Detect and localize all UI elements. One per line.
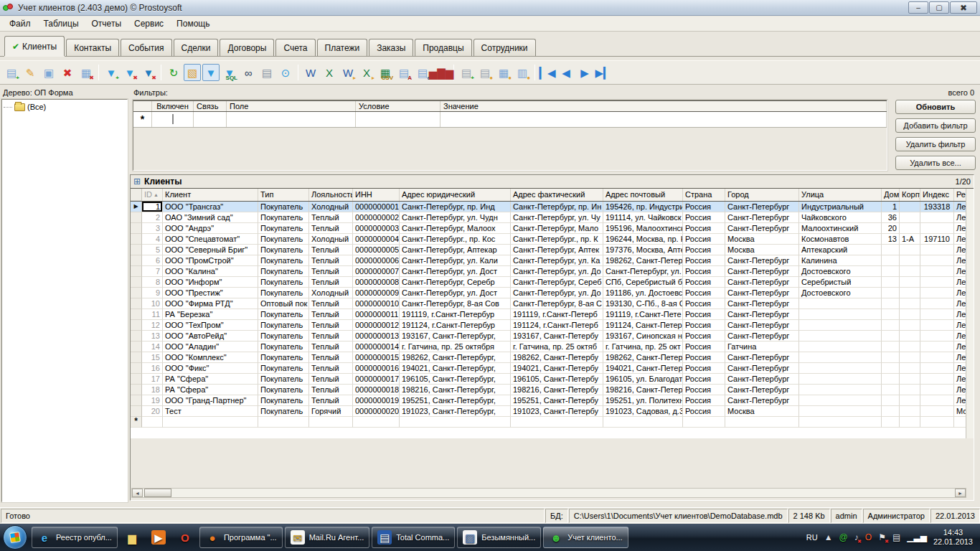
- menu-item[interactable]: Помощь: [170, 17, 216, 30]
- taskbar-button-paint[interactable]: ▨Безымянный...: [457, 527, 541, 548]
- menu-item[interactable]: Сервис: [128, 17, 170, 30]
- taskbar-button-opera[interactable]: O: [173, 527, 197, 548]
- new-record-row[interactable]: *: [131, 417, 974, 428]
- table-row[interactable]: 4 ООО "Спецавтомат" Покупатель Холодный …: [131, 234, 974, 245]
- taskbar-button-total-commander[interactable]: ▤Total Comma...: [372, 527, 455, 548]
- tab[interactable]: Платежи: [317, 39, 368, 56]
- tree-toggle-button[interactable]: ▧: [184, 64, 201, 81]
- horizontal-scrollbar[interactable]: ◄ ►: [131, 488, 966, 498]
- table-row[interactable]: 17 РА "Сфера" Покупатель Теплый 00000000…: [131, 374, 974, 385]
- col-id[interactable]: ID▲: [142, 189, 163, 201]
- preview-button[interactable]: ⊙: [277, 64, 294, 81]
- delete-record-button[interactable]: ✖: [59, 64, 76, 81]
- filter-condition-cell[interactable]: [356, 112, 440, 127]
- print-button[interactable]: ▤: [258, 64, 275, 81]
- tray-clock[interactable]: 14:43 22.01.2013: [933, 528, 973, 547]
- grid-settings-button[interactable]: ▦●: [495, 64, 512, 81]
- col-legal-address[interactable]: Адрес юридический: [400, 189, 511, 201]
- icq-icon[interactable]: @: [839, 533, 848, 542]
- export-excel-template-button[interactable]: X▸: [358, 64, 375, 81]
- refresh-button[interactable]: Обновить: [895, 100, 976, 114]
- export-excel-button[interactable]: X: [321, 64, 338, 81]
- maximize-button[interactable]: ▢: [929, 1, 949, 14]
- table-row[interactable]: 13 ООО "АвтоРейд" Покупатель Теплый 0000…: [131, 331, 974, 342]
- table-row[interactable]: 7 ООО "Калина" Покупатель Теплый 0000000…: [131, 266, 974, 277]
- table-row[interactable]: 9 ООО "Престиж" Покупатель Холодный 0000…: [131, 288, 974, 298]
- tab[interactable]: Договоры: [220, 39, 274, 56]
- table-row[interactable]: 20 Тест Покупатель Горячий 0000000020 19…: [131, 406, 974, 417]
- scroll-left-icon[interactable]: ◄: [132, 489, 143, 497]
- nav-prev-button[interactable]: ◀: [557, 64, 575, 81]
- col-postal-address[interactable]: Адрес почтовый: [603, 189, 683, 201]
- tab[interactable]: Заказы: [369, 39, 413, 56]
- chart-button[interactable]: ▅▇▆: [433, 64, 450, 81]
- minimize-button[interactable]: –: [908, 1, 928, 14]
- tab[interactable]: Продавцы: [415, 39, 471, 56]
- delete-table-button[interactable]: ▦✖: [77, 64, 95, 81]
- filter-field-cell[interactable]: [227, 112, 356, 127]
- export-word-template-button[interactable]: W▸: [339, 64, 357, 81]
- row-settings-button[interactable]: ▤●: [476, 64, 494, 81]
- filter-toggle-button[interactable]: ▼: [202, 64, 220, 81]
- add-filter-button[interactable]: Добавить фильтр: [895, 118, 976, 133]
- col-loyalty[interactable]: Лояльность: [309, 189, 353, 201]
- filter-new-row[interactable]: *: [133, 112, 887, 128]
- table-row[interactable]: 15 ООО "Комплекс" Покупатель Теплый 0000…: [131, 352, 974, 363]
- vertical-scrollbar[interactable]: [966, 189, 974, 438]
- close-button[interactable]: ✖: [950, 1, 977, 14]
- opera-tray-icon[interactable]: O: [865, 533, 872, 542]
- nav-last-button[interactable]: ▶▎: [595, 64, 612, 81]
- table-row[interactable]: 11 РА "Березка" Покупатель Теплый 000000…: [131, 309, 974, 320]
- start-button[interactable]: [3, 525, 27, 550]
- taskbar-button-mailru-agent[interactable]: ✉Mail.Ru Агент...: [285, 527, 370, 548]
- taskbar-button-explorer-folder[interactable]: ▆: [120, 527, 144, 548]
- nav-next-button[interactable]: ▶: [576, 64, 593, 81]
- volume-muted-icon[interactable]: ♪✖: [854, 533, 859, 542]
- add-row-panel-button[interactable]: ▤+: [458, 64, 475, 81]
- menu-item[interactable]: Файл: [3, 17, 37, 30]
- tab[interactable]: Сделки: [174, 39, 219, 56]
- tab[interactable]: ✔ Клиенты: [4, 36, 65, 56]
- col-street[interactable]: Улица: [799, 189, 882, 201]
- col-country[interactable]: Страна: [683, 189, 725, 201]
- add-record-button[interactable]: ▤+: [3, 64, 20, 81]
- scroll-right-icon[interactable]: ►: [955, 489, 966, 497]
- search-button[interactable]: ∞: [240, 64, 257, 81]
- delete-all-button[interactable]: Удалить все...: [895, 156, 976, 170]
- export-rtf-button[interactable]: ▤A: [395, 64, 413, 81]
- add-filter-button[interactable]: ▼+: [103, 64, 120, 81]
- table-row[interactable]: 16 ООО "Фикс" Покупатель Теплый 00000000…: [131, 363, 974, 374]
- filter-link-cell[interactable]: [194, 112, 227, 127]
- menu-item[interactable]: Отчеты: [85, 17, 128, 30]
- filter-enabled-checkbox[interactable]: [172, 114, 174, 124]
- clipboard-icon[interactable]: ▤: [892, 533, 900, 542]
- table-row[interactable]: 19 ООО "Гранд-Партнер" Покупатель Теплый…: [131, 395, 974, 406]
- col-client[interactable]: Клиент: [163, 189, 258, 201]
- refresh-button[interactable]: ↻: [165, 64, 182, 81]
- clear-filters-button[interactable]: ▼✖: [140, 64, 157, 81]
- network-signal-icon[interactable]: ▁▃▅: [907, 533, 927, 542]
- col-index[interactable]: Индекс: [920, 189, 954, 201]
- col-city[interactable]: Город: [725, 189, 799, 201]
- table-row[interactable]: ▶ 1 ООО "Трансгаз" Покупатель Холодный 0…: [131, 202, 974, 212]
- export-csv-button[interactable]: ▦CSV: [377, 64, 394, 81]
- edit-record-button[interactable]: ✎: [22, 64, 39, 81]
- flag-error-icon[interactable]: ⚑✖: [878, 533, 886, 542]
- copy-record-button[interactable]: ▣: [40, 64, 57, 81]
- language-indicator[interactable]: RU: [806, 533, 818, 542]
- table-row[interactable]: 12 ООО "ТехПром" Покупатель Теплый 00000…: [131, 320, 974, 331]
- tab[interactable]: События: [121, 39, 172, 56]
- col-building[interactable]: Корпус: [900, 189, 920, 201]
- delete-filter-button[interactable]: ▼✖: [121, 64, 138, 81]
- taskbar-button-media-player[interactable]: ▶: [146, 527, 171, 548]
- delete-filter-button[interactable]: Удалить фильтр: [895, 137, 976, 151]
- table-row[interactable]: 3 ООО "Андрэ" Покупатель Теплый 00000000…: [131, 223, 974, 234]
- table-row[interactable]: 2 ОАО "Зимний сад" Покупатель Теплый 000…: [131, 212, 974, 223]
- form-settings-button[interactable]: ▥●: [514, 64, 531, 81]
- tab[interactable]: Счета: [275, 39, 315, 56]
- taskbar-button-firefox[interactable]: ●Программа "...: [199, 527, 283, 548]
- tree-item[interactable]: (Все): [2, 100, 127, 111]
- filter-value-cell[interactable]: [440, 112, 887, 127]
- tab[interactable]: Контакты: [66, 39, 119, 56]
- table-row[interactable]: 10 ООО "Фирма РТД" Оптовый пок Теплый 00…: [131, 298, 974, 309]
